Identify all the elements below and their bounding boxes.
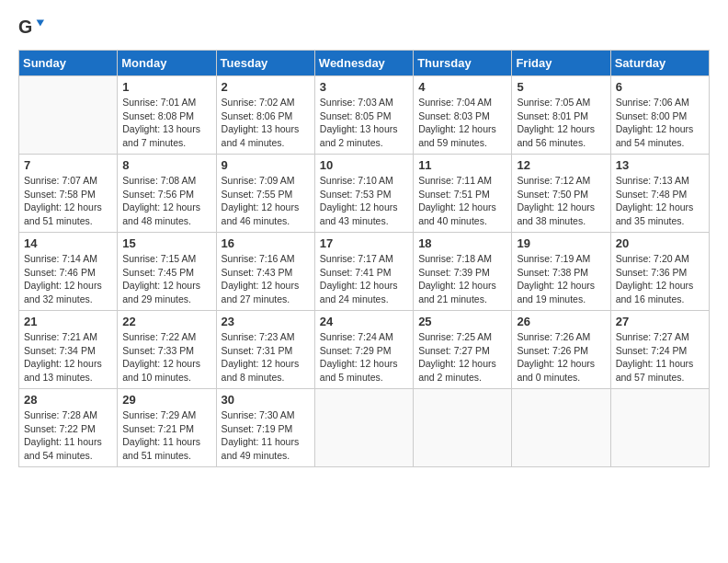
cell-content: Sunrise: 7:03 AM Sunset: 8:05 PM Dayligh… bbox=[320, 96, 408, 150]
cell-content: Sunrise: 7:24 AM Sunset: 7:29 PM Dayligh… bbox=[320, 330, 408, 385]
cell-content: Sunrise: 7:27 AM Sunset: 7:24 PM Dayligh… bbox=[616, 330, 704, 385]
calendar-cell bbox=[314, 389, 413, 467]
day-header-saturday: Saturday bbox=[610, 51, 709, 76]
calendar-header-row: SundayMondayTuesdayWednesdayThursdayFrid… bbox=[19, 51, 710, 76]
calendar-cell: 2Sunrise: 7:02 AM Sunset: 8:06 PM Daylig… bbox=[216, 76, 314, 155]
day-number: 3 bbox=[320, 80, 408, 94]
cell-content: Sunrise: 7:18 AM Sunset: 7:39 PM Dayligh… bbox=[418, 252, 506, 306]
page-header: G bbox=[18, 15, 710, 40]
calendar-cell: 25Sunrise: 7:25 AM Sunset: 7:27 PM Dayli… bbox=[414, 311, 512, 389]
calendar-cell: 14Sunrise: 7:14 AM Sunset: 7:46 PM Dayli… bbox=[19, 233, 118, 311]
day-number: 10 bbox=[320, 158, 408, 172]
calendar-cell: 3Sunrise: 7:03 AM Sunset: 8:05 PM Daylig… bbox=[314, 76, 413, 155]
cell-content: Sunrise: 7:14 AM Sunset: 7:46 PM Dayligh… bbox=[24, 252, 112, 306]
day-number: 14 bbox=[24, 236, 112, 250]
day-number: 15 bbox=[122, 236, 210, 250]
cell-content: Sunrise: 7:08 AM Sunset: 7:56 PM Dayligh… bbox=[122, 174, 210, 228]
day-number: 8 bbox=[122, 158, 210, 172]
cell-content: Sunrise: 7:15 AM Sunset: 7:45 PM Dayligh… bbox=[122, 252, 210, 306]
cell-content: Sunrise: 7:07 AM Sunset: 7:58 PM Dayligh… bbox=[24, 174, 112, 228]
cell-content: Sunrise: 7:04 AM Sunset: 8:03 PM Dayligh… bbox=[418, 96, 506, 150]
calendar-cell: 5Sunrise: 7:05 AM Sunset: 8:01 PM Daylig… bbox=[512, 76, 610, 155]
day-number: 18 bbox=[418, 236, 506, 250]
calendar-cell: 19Sunrise: 7:19 AM Sunset: 7:38 PM Dayli… bbox=[512, 233, 610, 311]
day-number: 30 bbox=[222, 393, 310, 407]
day-number: 7 bbox=[24, 158, 112, 172]
calendar-cell bbox=[610, 389, 709, 467]
cell-content: Sunrise: 7:26 AM Sunset: 7:26 PM Dayligh… bbox=[517, 330, 605, 385]
calendar-cell: 4Sunrise: 7:04 AM Sunset: 8:03 PM Daylig… bbox=[414, 76, 512, 155]
calendar-week-2: 7Sunrise: 7:07 AM Sunset: 7:58 PM Daylig… bbox=[19, 155, 710, 233]
day-number: 28 bbox=[24, 393, 112, 407]
calendar-cell: 30Sunrise: 7:30 AM Sunset: 7:19 PM Dayli… bbox=[216, 389, 314, 467]
day-number: 12 bbox=[517, 158, 605, 172]
day-header-wednesday: Wednesday bbox=[314, 51, 413, 76]
calendar-cell: 17Sunrise: 7:17 AM Sunset: 7:41 PM Dayli… bbox=[314, 233, 413, 311]
calendar-table: SundayMondayTuesdayWednesdayThursdayFrid… bbox=[18, 50, 710, 467]
cell-content: Sunrise: 7:12 AM Sunset: 7:50 PM Dayligh… bbox=[517, 174, 605, 228]
day-number: 26 bbox=[517, 315, 605, 328]
day-number: 20 bbox=[616, 236, 704, 250]
cell-content: Sunrise: 7:23 AM Sunset: 7:31 PM Dayligh… bbox=[222, 330, 310, 385]
day-number: 29 bbox=[122, 393, 210, 407]
cell-content: Sunrise: 7:28 AM Sunset: 7:22 PM Dayligh… bbox=[24, 408, 112, 463]
day-number: 13 bbox=[616, 158, 704, 172]
cell-content: Sunrise: 7:01 AM Sunset: 8:08 PM Dayligh… bbox=[122, 96, 210, 150]
calendar-cell: 16Sunrise: 7:16 AM Sunset: 7:43 PM Dayli… bbox=[216, 233, 314, 311]
calendar-cell bbox=[414, 389, 512, 467]
day-number: 1 bbox=[122, 80, 210, 94]
calendar-cell: 21Sunrise: 7:21 AM Sunset: 7:34 PM Dayli… bbox=[19, 311, 118, 389]
cell-content: Sunrise: 7:05 AM Sunset: 8:01 PM Dayligh… bbox=[517, 96, 605, 150]
calendar-cell: 1Sunrise: 7:01 AM Sunset: 8:08 PM Daylig… bbox=[118, 76, 216, 155]
day-number: 2 bbox=[222, 80, 310, 94]
calendar-cell: 11Sunrise: 7:11 AM Sunset: 7:51 PM Dayli… bbox=[414, 155, 512, 233]
calendar-week-5: 28Sunrise: 7:28 AM Sunset: 7:22 PM Dayli… bbox=[19, 389, 710, 467]
day-header-thursday: Thursday bbox=[414, 51, 512, 76]
calendar-cell: 15Sunrise: 7:15 AM Sunset: 7:45 PM Dayli… bbox=[118, 233, 216, 311]
calendar-cell: 18Sunrise: 7:18 AM Sunset: 7:39 PM Dayli… bbox=[414, 233, 512, 311]
day-number: 16 bbox=[222, 236, 310, 250]
cell-content: Sunrise: 7:16 AM Sunset: 7:43 PM Dayligh… bbox=[222, 252, 310, 306]
calendar-cell: 6Sunrise: 7:06 AM Sunset: 8:00 PM Daylig… bbox=[610, 76, 709, 155]
day-number: 22 bbox=[122, 315, 210, 328]
cell-content: Sunrise: 7:19 AM Sunset: 7:38 PM Dayligh… bbox=[517, 252, 605, 306]
calendar-cell: 7Sunrise: 7:07 AM Sunset: 7:58 PM Daylig… bbox=[19, 155, 118, 233]
logo: G bbox=[18, 15, 50, 40]
cell-content: Sunrise: 7:21 AM Sunset: 7:34 PM Dayligh… bbox=[24, 330, 112, 385]
calendar-week-3: 14Sunrise: 7:14 AM Sunset: 7:46 PM Dayli… bbox=[19, 233, 710, 311]
logo-icon: G bbox=[18, 15, 44, 40]
cell-content: Sunrise: 7:29 AM Sunset: 7:21 PM Dayligh… bbox=[122, 408, 210, 463]
calendar-cell bbox=[512, 389, 610, 467]
day-number: 6 bbox=[616, 80, 704, 94]
calendar-cell: 20Sunrise: 7:20 AM Sunset: 7:36 PM Dayli… bbox=[610, 233, 709, 311]
cell-content: Sunrise: 7:22 AM Sunset: 7:33 PM Dayligh… bbox=[122, 330, 210, 385]
day-number: 5 bbox=[517, 80, 605, 94]
day-number: 11 bbox=[418, 158, 506, 172]
calendar-cell: 8Sunrise: 7:08 AM Sunset: 7:56 PM Daylig… bbox=[118, 155, 216, 233]
day-header-sunday: Sunday bbox=[19, 51, 118, 76]
calendar-cell: 23Sunrise: 7:23 AM Sunset: 7:31 PM Dayli… bbox=[216, 311, 314, 389]
calendar-cell: 27Sunrise: 7:27 AM Sunset: 7:24 PM Dayli… bbox=[610, 311, 709, 389]
cell-content: Sunrise: 7:17 AM Sunset: 7:41 PM Dayligh… bbox=[320, 252, 408, 306]
cell-content: Sunrise: 7:02 AM Sunset: 8:06 PM Dayligh… bbox=[222, 96, 310, 150]
calendar-cell: 24Sunrise: 7:24 AM Sunset: 7:29 PM Dayli… bbox=[314, 311, 413, 389]
day-number: 24 bbox=[320, 315, 408, 328]
calendar-cell bbox=[19, 76, 118, 155]
day-number: 25 bbox=[418, 315, 506, 328]
day-header-friday: Friday bbox=[512, 51, 610, 76]
calendar-cell: 9Sunrise: 7:09 AM Sunset: 7:55 PM Daylig… bbox=[216, 155, 314, 233]
day-number: 19 bbox=[517, 236, 605, 250]
day-number: 4 bbox=[418, 80, 506, 94]
cell-content: Sunrise: 7:30 AM Sunset: 7:19 PM Dayligh… bbox=[222, 408, 310, 463]
cell-content: Sunrise: 7:13 AM Sunset: 7:48 PM Dayligh… bbox=[616, 174, 704, 228]
calendar-cell: 10Sunrise: 7:10 AM Sunset: 7:53 PM Dayli… bbox=[314, 155, 413, 233]
day-number: 23 bbox=[222, 315, 310, 328]
calendar-cell: 29Sunrise: 7:29 AM Sunset: 7:21 PM Dayli… bbox=[118, 389, 216, 467]
cell-content: Sunrise: 7:25 AM Sunset: 7:27 PM Dayligh… bbox=[418, 330, 506, 385]
svg-marker-1 bbox=[37, 20, 44, 27]
calendar-week-4: 21Sunrise: 7:21 AM Sunset: 7:34 PM Dayli… bbox=[19, 311, 710, 389]
calendar-cell: 26Sunrise: 7:26 AM Sunset: 7:26 PM Dayli… bbox=[512, 311, 610, 389]
cell-content: Sunrise: 7:06 AM Sunset: 8:00 PM Dayligh… bbox=[616, 96, 704, 150]
calendar-cell: 28Sunrise: 7:28 AM Sunset: 7:22 PM Dayli… bbox=[19, 389, 118, 467]
day-number: 9 bbox=[222, 158, 310, 172]
